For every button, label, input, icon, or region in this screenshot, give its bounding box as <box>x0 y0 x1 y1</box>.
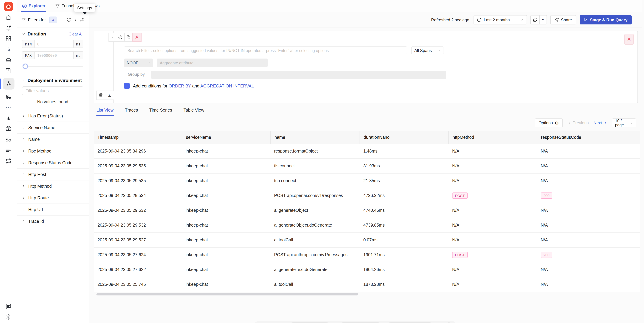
table-row[interactable]: 2025-09-04 23:05:27.624inkeep-chatPOST a… <box>94 248 640 262</box>
sidebar-section-trace-id[interactable]: Trace Id <box>17 216 89 227</box>
table-row[interactable]: 2025-09-04 23:05:29.534inkeep-chatPOST a… <box>94 188 640 203</box>
rail-item-logs-scroll-icon[interactable] <box>5 67 12 74</box>
cell-durationNano: 4736.32ms <box>360 188 448 203</box>
sidebar-section-has-error-status-[interactable]: Has Error (Status) <box>17 110 89 122</box>
hide-query-disc-icon[interactable] <box>116 33 125 42</box>
rail-item-support-chat-icon[interactable] <box>5 303 12 310</box>
clone-query-icon[interactable] <box>124 33 132 42</box>
max-unit: ms <box>73 52 83 59</box>
duration-max-group: MAX ms <box>22 51 83 59</box>
chevron-down-icon[interactable] <box>22 32 25 36</box>
previous-page-button[interactable]: Previous <box>567 120 588 125</box>
rail-item-alerts-bell-icon[interactable] <box>5 24 12 31</box>
chevron-right-icon <box>22 138 25 141</box>
nav-rail <box>0 0 17 323</box>
rail-item-explore-binoculars-icon[interactable] <box>5 136 12 143</box>
sidebar-section-service-name[interactable]: Service Name <box>17 122 89 134</box>
chevron-down-icon[interactable] <box>22 79 25 82</box>
refresh-icon[interactable] <box>530 15 540 24</box>
select-view-dropdown[interactable]: Select a view <box>259 322 285 323</box>
rail-item-pipelines-route-icon[interactable] <box>5 157 12 164</box>
table-row[interactable]: 2025-09-04 23:05:29.535inkeep-chattls.co… <box>94 159 640 174</box>
aggregate-operator-select[interactable]: NOOP <box>124 58 153 67</box>
view-tab-list-view[interactable]: List View <box>96 105 114 116</box>
cell-timestamp: 2025-09-04 23:05:29.534 <box>94 188 182 203</box>
view-tab-traces[interactable]: Traces <box>125 105 138 116</box>
sidebar-section-http-route[interactable]: Http Route <box>17 192 89 204</box>
create-alert-button[interactable]: Create an Alert <box>339 322 382 323</box>
sidebar-section-http-url[interactable]: Http Url <box>17 204 89 216</box>
table-row[interactable]: 2025-09-04 23:05:34.296inkeep-chatrespon… <box>94 144 640 159</box>
refresh-split-button: ▼ <box>530 15 547 24</box>
sidebar-section-name[interactable]: Name <box>17 134 89 145</box>
rail-item-traces-compass-icon[interactable] <box>2 78 14 90</box>
view-tab-table-view[interactable]: Table View <box>184 105 204 116</box>
play-icon <box>584 18 587 22</box>
duration-min-input[interactable] <box>35 40 73 48</box>
query-badge[interactable]: A <box>49 16 57 23</box>
duration-min-group: MIN ms <box>22 40 83 48</box>
order-by-link[interactable]: ORDER BY <box>168 84 191 88</box>
duration-max-input[interactable] <box>35 52 73 59</box>
table-row[interactable]: 2025-09-04 23:05:27.622inkeep-chatai.gen… <box>94 262 640 277</box>
aggregation-interval-link[interactable]: AGGREGATION INTERVAL <box>200 84 254 88</box>
formula-sigma-icon[interactable]: Σ <box>105 90 114 100</box>
tab-funnels[interactable]: Funnels <box>55 0 76 12</box>
rail-item-infrastructure-harddrive-icon[interactable] <box>5 56 12 63</box>
query-footer-tools: Σ <box>96 90 114 100</box>
search-filter-input[interactable] <box>124 46 407 54</box>
table-row[interactable]: 2025-09-04 23:05:29.527inkeep-chatai.too… <box>94 233 640 248</box>
collapse-query-icon[interactable] <box>108 33 116 42</box>
collapse-sidebar-icon[interactable] <box>73 18 78 22</box>
slider-handle[interactable] <box>23 64 28 69</box>
slider-track[interactable] <box>23 66 83 67</box>
share-button[interactable]: Share <box>550 15 576 24</box>
hide-panel-icon[interactable] <box>446 322 452 323</box>
rail-item-settings-gear-icon[interactable] <box>5 313 12 320</box>
rail-item-list-lines-icon[interactable] <box>5 147 12 154</box>
query-label-badge-right[interactable]: A <box>624 34 634 45</box>
chevron-right-icon <box>22 126 25 129</box>
stage-run-query-button[interactable]: Stage & Run Query <box>580 15 632 24</box>
cell-durationNano: 4740.46ms <box>360 203 448 218</box>
tab-explorer[interactable]: Explorer <box>22 0 45 12</box>
page-size-select[interactable]: 10 / page <box>612 118 636 128</box>
rail-item-interactions-cursor-icon[interactable] <box>5 46 12 53</box>
span-scope-select[interactable]: All Spans <box>411 46 444 54</box>
group-by-input[interactable] <box>151 70 446 79</box>
rail-item-services-boxes-icon[interactable] <box>5 93 12 100</box>
time-range-select[interactable]: Last 2 months <box>473 15 527 24</box>
rail-item-exceptions-bug-icon[interactable] <box>5 125 12 132</box>
table-row[interactable]: 2025-09-04 23:05:29.532inkeep-chatai.gen… <box>94 218 640 233</box>
table-row[interactable]: 2025-09-04 23:05:29.535inkeep-chattcp.co… <box>94 174 640 188</box>
rail-item-home-icon[interactable] <box>5 14 12 21</box>
table-row[interactable]: 2025-09-04 23:05:25.745inkeep-chatai.too… <box>94 277 640 292</box>
table-row[interactable]: 2025-09-04 23:05:29.532inkeep-chatai.gen… <box>94 203 640 218</box>
horizontal-scrollbar[interactable] <box>96 293 358 296</box>
sidebar-section-http-method[interactable]: Http Method <box>17 180 89 192</box>
tooltip-caret-icon <box>82 12 86 14</box>
deployment-filter-input[interactable] <box>22 86 83 96</box>
sync-filters-icon[interactable] <box>66 18 71 22</box>
next-page-button[interactable]: Next <box>594 120 607 125</box>
save-view-button[interactable]: Save this view <box>288 322 331 323</box>
refresh-caret-icon[interactable]: ▼ <box>540 15 547 24</box>
options-button[interactable]: Options ⚙ <box>535 118 562 128</box>
cell-durationNano: 21.85ms <box>360 174 448 188</box>
add-condition-plus-button[interactable]: + <box>124 83 130 89</box>
query-label-badge[interactable]: A <box>132 33 142 42</box>
sidebar-section-rpc-method[interactable]: Rpc Method <box>17 145 89 157</box>
view-tab-time-series[interactable]: Time Series <box>149 105 172 116</box>
sidebar-section-response-status-code[interactable]: Response Status Code <box>17 157 89 169</box>
sidebar-section-http-host[interactable]: Http Host <box>17 169 89 180</box>
aggregate-attribute-input[interactable]: Aggregate attribute <box>157 58 268 67</box>
rail-item-metrics-barchart-icon[interactable] <box>5 115 12 122</box>
datasource-db-icon[interactable] <box>96 90 106 100</box>
clear-all-link[interactable]: Clear All <box>68 32 83 36</box>
filter-settings-icon[interactable] <box>80 18 84 22</box>
rail-item-more-ellipsis-icon[interactable] <box>5 104 12 111</box>
rail-item-dashboards-grid-icon[interactable] <box>5 35 12 42</box>
filter-funnel-icon <box>21 18 26 22</box>
signoz-logo-icon[interactable] <box>4 2 13 11</box>
add-to-dashboard-button[interactable]: + Add to Dashboard <box>386 322 434 323</box>
